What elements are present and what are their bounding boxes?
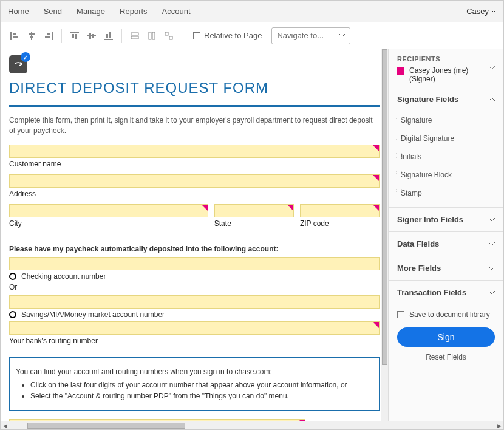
document-canvas[interactable]: ✓ DIRECT DEPOSIT REQUEST FORM Complete t… [1, 49, 388, 421]
align-middle-button[interactable] [85, 29, 98, 43]
menu-account[interactable]: Account [162, 7, 191, 16]
checkbox-icon [397, 311, 404, 318]
svg-rect-17 [109, 32, 111, 38]
city-label: City [9, 219, 208, 228]
field-stamp[interactable]: Stamp [392, 184, 500, 202]
more-fields-section[interactable]: More Fields [389, 256, 503, 280]
relative-to-page-checkbox[interactable]: Relative to Page [193, 31, 262, 40]
chevron-down-icon [489, 218, 495, 222]
info-box: You can find your account and routing nu… [9, 357, 380, 411]
svg-rect-21 [152, 32, 155, 39]
svg-rect-18 [131, 33, 138, 35]
match-width-button[interactable] [128, 29, 141, 43]
radio-icon [9, 311, 16, 318]
svg-rect-9 [70, 32, 79, 33]
align-top-button[interactable] [68, 29, 81, 43]
svg-rect-20 [149, 32, 151, 39]
svg-rect-11 [75, 34, 77, 39]
page-title: DIRECT DEPOSIT REQUEST FORM [9, 80, 380, 107]
svg-rect-6 [52, 32, 53, 40]
align-left-button[interactable] [8, 29, 21, 43]
checking-number-field[interactable] [9, 257, 380, 270]
city-field[interactable] [9, 204, 208, 217]
check-icon: ✓ [21, 52, 30, 62]
menu-manage[interactable]: Manage [77, 7, 105, 16]
chevron-down-icon [489, 242, 495, 246]
svg-rect-3 [31, 32, 32, 40]
customer-name-label: Customer name [9, 160, 380, 168]
svg-rect-23 [169, 36, 172, 39]
chevron-down-icon [491, 10, 496, 13]
checkbox-icon [193, 32, 200, 39]
sign-button[interactable]: Sign [397, 327, 495, 347]
match-height-button[interactable] [145, 29, 158, 43]
customer-name-field[interactable] [9, 145, 380, 158]
zip-label: ZIP code [300, 219, 380, 228]
zip-field[interactable] [300, 204, 380, 217]
field-signature[interactable]: Signature [392, 111, 500, 129]
chevron-down-icon [489, 291, 495, 295]
routing-number-field[interactable] [9, 321, 380, 335]
field-initials[interactable]: Initials [392, 148, 500, 166]
menu-send[interactable]: Send [44, 7, 62, 16]
top-menubar: Home Send Manage Reports Account Casey [1, 1, 503, 22]
svg-rect-12 [87, 35, 96, 36]
recipients-heading: RECIPIENTS [397, 55, 495, 63]
savings-number-field[interactable] [9, 295, 380, 309]
state-label: State [214, 219, 294, 228]
state-field[interactable] [214, 204, 294, 217]
svg-rect-15 [104, 39, 113, 40]
user-menu[interactable]: Casey [466, 7, 496, 16]
recipient-row[interactable]: Casey Jones (me) (Signer) [397, 66, 495, 83]
address-field[interactable] [9, 174, 380, 188]
field-digital-signature[interactable]: Digital Signature [392, 129, 500, 148]
vertical-scrollbar[interactable] [381, 49, 388, 421]
svg-rect-1 [13, 33, 16, 35]
horizontal-scrollbar[interactable]: ◀ ▶ [1, 421, 503, 429]
extra-field[interactable] [9, 419, 305, 421]
menu-reports[interactable]: Reports [120, 7, 148, 16]
match-size-button[interactable] [162, 29, 175, 43]
svg-rect-13 [89, 33, 91, 39]
scroll-right-button[interactable]: ▶ [495, 421, 503, 430]
align-center-h-button[interactable] [25, 29, 38, 43]
svg-rect-10 [72, 34, 74, 38]
intro-text: Complete this form, then print it, sign … [9, 115, 380, 136]
signer-info-section[interactable]: Signer Info Fields [389, 208, 503, 231]
data-fields-section[interactable]: Data Fields [389, 232, 503, 256]
align-right-button[interactable] [42, 29, 55, 43]
svg-rect-2 [13, 36, 18, 38]
color-swatch [397, 67, 404, 75]
chevron-down-icon [339, 34, 345, 37]
navigate-to-select[interactable]: Navigate to... [271, 27, 350, 44]
form-tool-badge[interactable]: ✓ [9, 55, 27, 73]
signature-fields-section[interactable]: Signature Fields [389, 87, 503, 111]
or-text: Or [9, 283, 380, 292]
svg-rect-8 [45, 36, 50, 38]
routing-label: Your bank's routing number [9, 336, 380, 345]
align-bottom-button[interactable] [102, 29, 115, 43]
svg-rect-22 [165, 32, 168, 35]
chevron-down-icon [489, 66, 495, 70]
reset-fields-link[interactable]: Reset Fields [389, 349, 503, 367]
svg-rect-0 [10, 32, 12, 40]
svg-rect-14 [92, 34, 94, 38]
deposit-section-heading: Please have my paycheck automatically de… [9, 245, 380, 253]
fields-panel: RECIPIENTS Casey Jones (me) (Signer) Sig… [388, 49, 503, 421]
svg-rect-19 [131, 36, 138, 39]
checking-radio[interactable]: Checking account number [9, 272, 380, 281]
chevron-down-icon [489, 267, 495, 270]
savings-radio[interactable]: Savings/MIA/Money market account number [9, 310, 380, 319]
svg-rect-5 [30, 36, 33, 38]
field-signature-block[interactable]: Signature Block [392, 166, 500, 184]
svg-rect-4 [29, 33, 35, 35]
alignment-toolbar: Relative to Page Navigate to... [1, 22, 503, 49]
radio-icon [9, 273, 16, 280]
svg-rect-7 [47, 33, 50, 35]
menu-home[interactable]: Home [8, 7, 29, 16]
save-to-library-checkbox[interactable]: Save to document library [389, 304, 503, 325]
svg-rect-16 [106, 34, 108, 38]
transaction-fields-section[interactable]: Transaction Fields [389, 281, 503, 304]
scroll-left-button[interactable]: ◀ [1, 421, 9, 430]
chevron-up-icon [489, 98, 495, 101]
